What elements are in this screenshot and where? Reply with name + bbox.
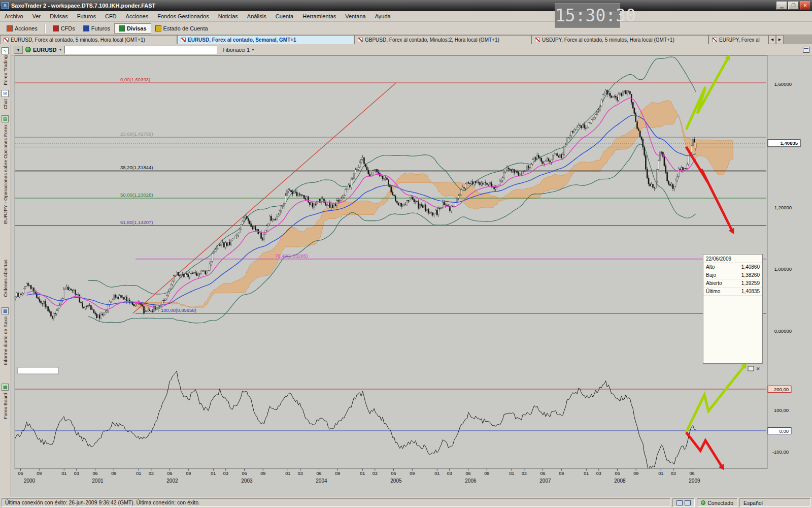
- menu-cfd[interactable]: CFD: [100, 12, 121, 21]
- menu-cuenta[interactable]: Cuenta: [271, 12, 298, 21]
- report-icon[interactable]: ▦: [2, 307, 9, 314]
- month-tick-label: 03: [373, 471, 378, 476]
- cfds-icon: [53, 25, 59, 31]
- month-tick-label: 03: [223, 471, 228, 476]
- sidebar-item-ordenes-abiertas[interactable]: Órdenes Abiertas: [3, 260, 8, 297]
- tab-scroll-right-icon[interactable]: ▶: [776, 35, 784, 44]
- menu-ventana[interactable]: Ventana: [341, 12, 370, 21]
- symbol-search-input[interactable]: [64, 46, 217, 54]
- study-label: Fibonacci 1: [222, 47, 250, 53]
- osc-label-box: [18, 367, 58, 374]
- tab-scroll-left-icon[interactable]: ◀: [768, 35, 776, 44]
- acciones-icon: [7, 25, 13, 31]
- module-tab-futuros[interactable]: Futuros: [79, 24, 114, 33]
- menu-fondos[interactable]: Fondos Gestionados: [153, 12, 214, 21]
- month-tick-label: 03: [298, 471, 303, 476]
- price-axis-label: 1,20000: [774, 205, 792, 210]
- osc-close-icon[interactable]: ✕: [756, 366, 760, 371]
- year-tick-label: 2001: [92, 478, 104, 484]
- chart-tab-gbpusd[interactable]: GBPUSD, Forex al contado, Minutos:2, Hor…: [354, 35, 531, 44]
- close-button[interactable]: ✕: [800, 2, 810, 10]
- chart-pane: ▼ EURUSD ▼ Fibonacci 1 ▼ 0,00(1,60393)23…: [11, 44, 812, 497]
- month-tick-label: 01: [509, 471, 514, 476]
- osc-maximize-icon[interactable]: [748, 366, 754, 371]
- osc-axis-label: -100,00: [772, 449, 789, 455]
- collapse-arrow-icon[interactable]: ↖: [2, 47, 9, 54]
- study-selector[interactable]: Fibonacci 1 ▼: [222, 47, 255, 53]
- connected-led-icon: [701, 500, 705, 505]
- module-toolbar: Acciones CFDs Futuros Divisas Estado de …: [0, 22, 812, 35]
- instrument-icon: [25, 47, 31, 52]
- menu-futuros[interactable]: Futuros: [73, 12, 100, 21]
- chart-canvas[interactable]: 0,00(1,60393)23,60(1,42756)38,20(1,31844…: [11, 55, 812, 497]
- chart-tab-usdjpy[interactable]: USDJPY, Forex al contado, 5 minutos, Hor…: [531, 35, 708, 44]
- module-tab-estado-de-cuenta[interactable]: Estado de Cuenta: [151, 24, 212, 33]
- fx-options-icon[interactable]: ▤: [2, 115, 9, 122]
- chart-tab-bar: EURUSD, Forex al contado, 5 minutos, Hor…: [0, 35, 812, 44]
- menu-divisas[interactable]: Divisas: [45, 12, 72, 21]
- month-tick-label: 03: [596, 471, 601, 476]
- module-tab-cfds[interactable]: CFDs: [49, 24, 79, 33]
- menu-acciones[interactable]: Acciones: [121, 12, 153, 21]
- chart-tab-eurusd-semanal[interactable]: EURUSD, Forex al contado, Semanal, GMT+1: [177, 35, 354, 44]
- minimize-button[interactable]: ▁: [776, 2, 787, 10]
- fib-label: 76,40(1,03295): [275, 253, 308, 259]
- sidebar-item-chat[interactable]: Chat: [3, 99, 8, 109]
- chart-menu-button[interactable]: ▼: [14, 46, 23, 54]
- chart-tab-icon: [358, 38, 363, 42]
- price-axis-label: 1,00000: [774, 266, 792, 272]
- year-tick-label: 2009: [689, 478, 700, 484]
- month-tick-label: 09: [633, 471, 638, 476]
- menu-ayuda[interactable]: Ayuda: [370, 12, 395, 21]
- month-tick-label: 06: [242, 471, 247, 476]
- menu-bar: Archivo Ver Divisas Futuros CFD Acciones…: [0, 11, 812, 22]
- menu-archivo[interactable]: Archivo: [0, 12, 28, 21]
- chart-body: 0,00(1,60393)23,60(1,42756)38,20(1,31844…: [11, 55, 812, 497]
- month-tick-label: 03: [149, 471, 154, 476]
- divisas-icon: [119, 25, 125, 31]
- chevron-down-icon: ▼: [251, 48, 255, 51]
- year-tick-label: 2007: [539, 478, 551, 484]
- chat-icon[interactable]: ✉: [2, 90, 9, 97]
- forex-board-icon[interactable]: ▩: [2, 384, 9, 391]
- month-tick-label: 06: [18, 471, 23, 476]
- menu-ver[interactable]: Ver: [28, 12, 46, 21]
- sidebar-item-informe-diario[interactable]: Informe diario de Saxo: [3, 316, 8, 365]
- clock-overlay: 15:30:30: [555, 3, 620, 28]
- sidebar-item-forex-trading[interactable]: Forex Trading: [3, 55, 8, 85]
- year-tick-label: 2008: [614, 478, 626, 484]
- sidebar-item-forex-board[interactable]: Forex Board: [3, 393, 8, 419]
- maximize-button[interactable]: ❐: [788, 2, 799, 10]
- month-tick-label: 06: [317, 471, 322, 476]
- menu-analisis[interactable]: Análisis: [243, 12, 271, 21]
- terminal-icon: [676, 500, 683, 505]
- language-selector[interactable]: Español: [739, 498, 810, 507]
- price-axis-label: 0,80000: [774, 328, 792, 334]
- menu-noticias[interactable]: Noticias: [214, 12, 243, 21]
- chart-tab-icon: [181, 38, 186, 42]
- symbol-selector[interactable]: EURUSD ▼: [25, 47, 62, 53]
- month-tick-label: 01: [658, 471, 663, 476]
- module-tab-divisas[interactable]: Divisas: [114, 23, 151, 34]
- sidebar-item-eurjpy-opciones[interactable]: EURJPY - Operaciones sobre Opciones Fore…: [3, 124, 8, 224]
- module-tab-acciones[interactable]: Acciones: [3, 24, 42, 33]
- month-tick-label: 01: [584, 471, 589, 476]
- month-tick-label: 09: [335, 471, 340, 476]
- chart-tab-eurusd-5min[interactable]: EURUSD, Forex al contado, 5 minutos, Hor…: [0, 35, 177, 44]
- month-tick-label: 06: [93, 471, 98, 476]
- pane-maximize-icon[interactable]: [803, 47, 809, 53]
- month-tick-label: 09: [260, 471, 265, 476]
- fib-label: 23,60(1,42756): [120, 131, 153, 137]
- chevron-down-icon: ▼: [58, 48, 62, 51]
- year-tick-label: 2000: [24, 478, 36, 484]
- toolbar-separator: [45, 24, 46, 33]
- network-status-icons: [672, 498, 695, 507]
- left-sidebar: ↖ Forex Trading ✉ Chat ▤ EURJPY - Operac…: [0, 44, 11, 497]
- chart-tab-icon: [535, 38, 540, 42]
- window-title: SaxoTrader 2 - workspace.DTS.7.100.IKH.p…: [11, 3, 775, 9]
- chart-tab-eurjpy[interactable]: EURJPY, Forex al: [708, 35, 768, 44]
- estado-cuenta-icon: [155, 25, 161, 31]
- menu-herramientas[interactable]: Herramientas: [298, 12, 341, 21]
- month-tick-label: 09: [186, 471, 191, 476]
- current-price-label: 1,40835: [781, 140, 798, 146]
